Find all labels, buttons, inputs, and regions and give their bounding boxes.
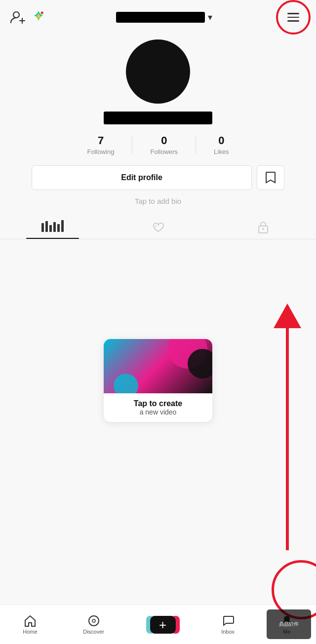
create-video-title: Tap to create — [110, 399, 206, 408]
inbox-label: Inbox — [221, 629, 235, 635]
svg-point-0 — [13, 12, 19, 18]
menu-button-wrapper[interactable] — [280, 4, 306, 30]
followers-label: Followers — [150, 148, 178, 155]
svg-point-3 — [41, 11, 43, 14]
nav-discover[interactable]: Discover — [76, 610, 111, 639]
arrow-line — [286, 313, 289, 550]
svg-point-5 — [262, 228, 264, 230]
nav-create[interactable]: + — [143, 612, 183, 638]
red-arrow-annotation — [262, 274, 301, 550]
create-button[interactable]: + — [150, 616, 176, 634]
edit-profile-button[interactable]: Edit profile — [32, 165, 252, 190]
menu-circle-highlight — [276, 0, 311, 35]
content-area: Tap to create a new video — [0, 239, 316, 437]
tab-videos[interactable] — [0, 213, 105, 239]
followers-stat[interactable]: 0 Followers — [132, 134, 196, 155]
discover-icon — [87, 614, 100, 627]
stats-row: 7 Following 0 Followers 0 Likes — [0, 134, 316, 155]
profile-section: 7 Following 0 Followers 0 Likes Edit pro… — [0, 35, 316, 239]
create-button-inner: + — [150, 616, 176, 634]
top-bar-left — [10, 8, 47, 26]
svg-point-6 — [89, 616, 99, 626]
tab-private[interactable] — [211, 213, 316, 239]
likes-label: Likes — [214, 148, 229, 155]
likes-count: 0 — [218, 134, 224, 147]
likes-stat[interactable]: 0 Likes — [196, 134, 246, 155]
svg-point-7 — [92, 619, 95, 622]
plus-icon: + — [159, 618, 166, 631]
nav-inbox[interactable]: Inbox — [214, 610, 241, 639]
nav-home[interactable]: Home — [16, 610, 44, 639]
tab-liked[interactable] — [105, 213, 210, 239]
home-label: Home — [23, 629, 37, 635]
display-name — [104, 112, 212, 124]
inbox-icon — [222, 614, 235, 627]
create-video-card[interactable]: Tap to create a new video — [104, 339, 212, 422]
followers-count: 0 — [161, 134, 167, 147]
following-stat[interactable]: 7 Following — [70, 134, 132, 155]
create-video-thumbnail — [104, 339, 212, 393]
bio-placeholder[interactable]: Tap to add bio — [135, 197, 181, 205]
tabs-row — [0, 213, 316, 239]
action-buttons: Edit profile — [32, 165, 284, 190]
username-bar — [116, 12, 205, 23]
watermark-text: 鼎品软件 — [279, 621, 299, 628]
dropdown-arrow-icon: ▾ — [208, 12, 212, 23]
discover-label: Discover — [83, 629, 104, 635]
following-count: 7 — [98, 134, 104, 147]
watermark: 鼎品软件 — [267, 609, 311, 639]
avatar[interactable] — [126, 39, 190, 104]
create-video-text: Tap to create a new video — [104, 393, 212, 422]
arrow-head — [274, 303, 301, 328]
add-user-icon[interactable] — [10, 9, 26, 25]
following-label: Following — [87, 148, 115, 155]
home-icon — [24, 614, 37, 627]
username-dropdown[interactable]: ▾ — [52, 12, 276, 23]
grid-icon — [41, 220, 64, 232]
spark-icon[interactable] — [30, 8, 47, 26]
top-bar: ▾ — [0, 0, 316, 35]
bookmark-button[interactable] — [257, 165, 284, 190]
create-video-subtitle: a new video — [110, 408, 206, 416]
